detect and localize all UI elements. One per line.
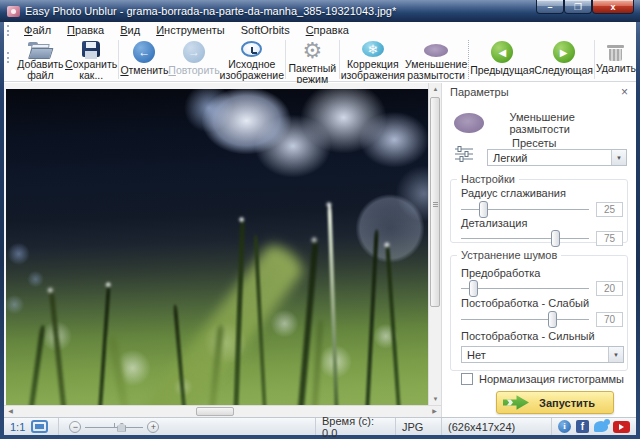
floppy-disk-icon	[82, 41, 100, 57]
postprocess-strong-label: Постобработка - Сильный	[461, 330, 595, 342]
facebook-icon[interactable]: f	[576, 420, 589, 433]
menu-tools[interactable]: Инструменты	[148, 23, 233, 37]
run-button[interactable]: Запустить	[496, 391, 614, 414]
status-format: JPG	[395, 418, 441, 435]
zoom-out-icon[interactable]: −	[69, 421, 81, 433]
presets-label: Пресеты	[512, 137, 556, 149]
titlebar[interactable]: Easy Photo Unblur - grama-borrada-na-par…	[0, 0, 640, 22]
scroll-left-icon[interactable]: ◀	[4, 406, 17, 417]
radius-slider[interactable]	[461, 201, 589, 218]
normalize-checkbox[interactable]	[461, 373, 473, 385]
trash-icon	[608, 43, 623, 61]
hscroll-thumb[interactable]	[196, 407, 234, 416]
postprocess-strong-dropdown[interactable]: Нет ▼	[461, 346, 624, 363]
detail-slider-thumb[interactable]	[551, 230, 560, 247]
window-title: Easy Photo Unblur - grama-borrada-na-par…	[25, 5, 396, 17]
photo-decor-grass-blade	[49, 289, 68, 406]
photo-decor-grass-blade	[327, 204, 338, 406]
deblur-tool-icon	[454, 113, 484, 133]
menu-edit[interactable]: Правка	[59, 23, 112, 37]
vertical-scrollbar[interactable]: ▲ ▼	[428, 83, 441, 406]
postprocess-weak-slider-thumb[interactable]	[548, 311, 557, 328]
detail-value[interactable]: 75	[596, 231, 623, 246]
zoom-1-1-button[interactable]: 1:1	[10, 421, 25, 433]
delete-button[interactable]: Удалить	[596, 38, 636, 81]
radius-slider-thumb[interactable]	[479, 201, 488, 218]
menu-help[interactable]: Справка	[298, 23, 357, 37]
app-icon	[7, 6, 20, 17]
batch-mode-button[interactable]: ⚙ Пакетный режим	[287, 38, 338, 81]
scroll-right-icon[interactable]: ▶	[428, 406, 441, 417]
close-button[interactable]: x	[592, 0, 634, 14]
fit-to-window-icon[interactable]	[31, 420, 48, 433]
postprocess-weak-value[interactable]: 70	[596, 312, 623, 327]
vscroll-thumb[interactable]	[430, 97, 440, 307]
toolbar-separator	[339, 40, 340, 79]
detail-slider[interactable]	[461, 230, 589, 247]
parameters-panel: Параметры × Уменьшение размытости Пресет…	[441, 83, 636, 417]
preprocess-value[interactable]: 20	[596, 281, 623, 296]
photo-decor-grass-blade	[108, 335, 132, 406]
minimize-button[interactable]: –	[536, 0, 564, 14]
arrow-left-icon: ◀	[491, 41, 513, 63]
youtube-icon[interactable]	[613, 421, 630, 433]
info-icon[interactable]: i	[558, 420, 571, 433]
tool-name-label: Уменьшение размытости	[510, 111, 637, 135]
preprocess-label: Предобработка	[461, 267, 540, 279]
image-correction-button[interactable]: ❄ Коррекция изображения	[341, 38, 405, 81]
maximize-button[interactable]: ❐	[564, 0, 592, 14]
preprocess-slider[interactable]	[461, 280, 589, 297]
blur-ball-icon	[424, 44, 448, 57]
deblur-tool-button[interactable]: Уменьшение размытости	[405, 38, 467, 81]
photo-decor-grass-blade	[365, 229, 379, 406]
toolbar-separator	[468, 40, 469, 79]
presets-dropdown[interactable]: Легкий ▼	[487, 149, 627, 166]
redo-icon: →	[183, 41, 205, 63]
photo-decor-grass-blade	[27, 325, 46, 406]
menubar-grip	[7, 25, 10, 36]
undo-icon: ←	[133, 41, 155, 63]
toolbar-separator	[285, 40, 286, 79]
menu-softorbits[interactable]: SoftOrbits	[233, 23, 298, 37]
menu-view[interactable]: Вид	[112, 23, 148, 37]
zoom-in-icon[interactable]: +	[147, 421, 159, 433]
postprocess-weak-label: Постобработка - Слабый	[461, 297, 589, 309]
add-file-button[interactable]: Добавить файл	[16, 38, 65, 81]
redo-button[interactable]: → Повторить	[168, 38, 219, 81]
original-image-button[interactable]: Исходное изображение	[220, 38, 284, 81]
normalize-histogram-option[interactable]: Нормализация гистограммы	[461, 373, 624, 385]
image-canvas-area: ▲ ▼ ◀ ▶	[4, 83, 441, 417]
toolbar: Добавить файл Сохранить как... ← Отменит…	[4, 38, 636, 82]
presets-sliders-icon	[454, 145, 474, 164]
previous-image-button[interactable]: ◀ Предыдущая	[470, 38, 534, 81]
chevron-down-icon[interactable]: ▼	[611, 150, 626, 165]
chevron-down-icon[interactable]: ▼	[608, 347, 623, 362]
radius-label: Радиус сглаживания	[461, 187, 566, 199]
photo-canvas[interactable]	[6, 89, 428, 406]
next-image-button[interactable]: ▶ Следующая	[534, 38, 593, 81]
zoom-slider[interactable]	[85, 421, 143, 433]
toolbar-separator	[118, 40, 119, 79]
twitter-icon[interactable]	[594, 421, 608, 432]
statusbar: 1:1 − + Время (с): 0.0 JPG (626x417x24) …	[4, 417, 636, 435]
save-as-button[interactable]: Сохранить как...	[65, 38, 118, 81]
radius-value[interactable]: 25	[596, 202, 623, 217]
photo-decor-grass-blade	[311, 319, 323, 406]
preprocess-slider-thumb[interactable]	[469, 280, 478, 297]
run-arrow-icon	[503, 395, 529, 411]
photo-decor-grass-blade	[385, 244, 401, 406]
status-dimensions: (626x417x24)	[441, 418, 551, 435]
status-time: Время (с): 0.0	[315, 418, 395, 435]
gear-icon: ⚙	[303, 41, 323, 61]
open-folder-icon	[28, 42, 52, 57]
toolbar-grip	[7, 52, 10, 63]
arrow-right-icon: ▶	[553, 41, 575, 63]
zoom-slider-thumb[interactable]	[117, 423, 126, 432]
snowflake-icon: ❄	[362, 41, 384, 57]
postprocess-weak-slider[interactable]	[461, 311, 589, 328]
history-clock-icon	[241, 41, 262, 57]
panel-close-icon[interactable]: ×	[621, 87, 628, 97]
panel-title: Параметры	[450, 86, 509, 98]
undo-button[interactable]: ← Отменить	[120, 38, 168, 81]
menu-file[interactable]: Файл	[16, 23, 59, 37]
